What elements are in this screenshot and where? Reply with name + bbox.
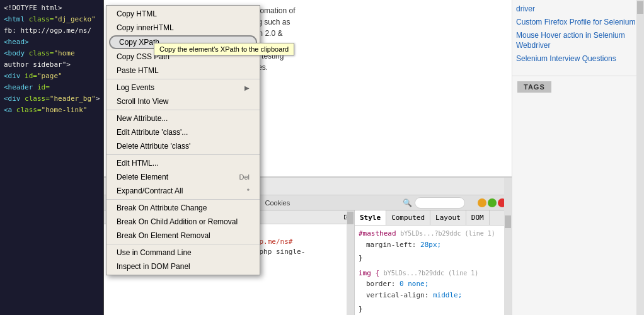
log-events-arrow: ▶ bbox=[244, 84, 250, 91]
style-source-2: bY5LDs...?b29ddc (line 1) bbox=[384, 270, 479, 277]
code-line-8: <header id= bbox=[0, 82, 103, 93]
menu-item-delete-element[interactable]: Delete Element Del bbox=[106, 170, 260, 184]
style-content: #masthead bY5LDs...?b29ddc (line 1) marg… bbox=[355, 226, 512, 315]
sidebar-link-3[interactable]: Mouse Hover action in Selenium Webdriver bbox=[516, 30, 640, 52]
menu-item-paste-html[interactable]: Paste HTML bbox=[106, 64, 260, 77]
separator-1 bbox=[106, 79, 260, 79]
style-val-1: 28px; bbox=[420, 241, 441, 249]
style-panel: Style Computed Layout DOM #masthead bY5L… bbox=[354, 210, 512, 315]
search-icon: 🔍 bbox=[403, 198, 412, 207]
tab-dom-panel[interactable]: DOM bbox=[466, 210, 490, 225]
separator-2 bbox=[106, 110, 260, 110]
menu-label-log-events: Log Events bbox=[117, 83, 154, 92]
menu-label-scroll-into-view: Scroll Into View bbox=[117, 97, 168, 106]
code-line-4: <head> bbox=[0, 37, 103, 48]
style-selector-1: #masthead bbox=[359, 229, 396, 238]
menu-item-copy-innerhtml[interactable]: Copy innerHTML bbox=[106, 21, 260, 35]
style-prop-2b: vertical-align: bbox=[366, 291, 428, 299]
menu-label-copy-html: Copy HTML bbox=[117, 9, 157, 18]
sidebar-link-1[interactable]: driver bbox=[516, 4, 640, 14]
style-scrollbar-thumb[interactable] bbox=[505, 215, 511, 228]
sidebar-v-scrollbar[interactable] bbox=[636, 0, 644, 315]
menu-label-command-line: Use in Command Line bbox=[117, 248, 192, 257]
style-selector-2: img { bbox=[359, 269, 379, 277]
menu-item-break-child[interactable]: Break On Child Addition or Removal bbox=[106, 215, 260, 229]
html-v-scrollbar[interactable] bbox=[347, 210, 354, 315]
sidebar-link-2[interactable]: Custom Firefox Profile for Selenium bbox=[516, 17, 640, 28]
style-close-2: } bbox=[359, 304, 508, 315]
menu-item-copy-html[interactable]: Copy HTML bbox=[106, 7, 260, 21]
menu-item-command-line[interactable]: Use in Command Line bbox=[106, 246, 260, 260]
window-controls bbox=[478, 198, 507, 207]
separator-5 bbox=[106, 244, 260, 244]
right-sidebar: driver Custom Firefox Profile for Seleni… bbox=[512, 0, 644, 315]
menu-item-edit-class[interactable]: Edit Attribute 'class'... bbox=[106, 125, 260, 139]
menu-label-break-element: Break On Element Removal bbox=[117, 231, 210, 240]
tab-layout[interactable]: Layout bbox=[430, 210, 466, 225]
tab-style[interactable]: Style bbox=[355, 210, 386, 225]
menu-item-new-attribute[interactable]: New Attribute... bbox=[106, 112, 260, 125]
sidebar-link-4[interactable]: Selenium Interview Questions bbox=[516, 54, 640, 64]
maximize-btn[interactable] bbox=[488, 198, 497, 207]
menu-item-expand-contract[interactable]: Expand/Contract All * bbox=[106, 184, 260, 198]
minimize-btn[interactable] bbox=[478, 198, 486, 207]
menu-label-inspect-dom: Inspect in DOM Panel bbox=[117, 262, 190, 271]
code-line-7: <div id="page" bbox=[0, 71, 103, 82]
style-source-1: bY5LDs...?b29ddc (line 1) bbox=[400, 230, 495, 237]
code-line-1: <!DOTYFE html> bbox=[0, 3, 103, 14]
style-close-1: } bbox=[359, 253, 508, 264]
style-row-2a: border: 0 none; bbox=[366, 278, 508, 290]
menu-label-expand-contract: Expand/Contract All bbox=[117, 186, 183, 195]
menu-item-inspect-dom[interactable]: Inspect in DOM Panel bbox=[106, 260, 260, 273]
style-rule-1-props: margin-left: 28px; bbox=[366, 239, 508, 251]
menu-label-edit-html: Edit HTML... bbox=[117, 159, 159, 168]
menu-label-break-attribute: Break On Attribute Change bbox=[117, 203, 207, 212]
code-line-10: <a class="home-link" bbox=[0, 105, 103, 116]
menu-item-scroll-into-view[interactable]: Scroll Into View bbox=[106, 94, 260, 108]
delete-shortcut: Del bbox=[239, 173, 250, 181]
separator-3 bbox=[106, 154, 260, 155]
style-row-2b: vertical-align: middle; bbox=[366, 290, 508, 301]
code-line-9: <div class="header_bg"> bbox=[0, 93, 103, 105]
style-rule-1: #masthead bY5LDs...?b29ddc (line 1) bbox=[359, 228, 508, 239]
style-rule-2: img { bY5LDs...?b29ddc (line 1) bbox=[359, 268, 508, 279]
tags-title: TAGS bbox=[517, 81, 551, 93]
menu-item-delete-class[interactable]: Delete Attribute 'class' bbox=[106, 139, 260, 153]
sidebar-links-area: driver Custom Firefox Profile for Seleni… bbox=[512, 0, 644, 71]
menu-item-edit-html[interactable]: Edit HTML... bbox=[106, 156, 260, 170]
code-line-5: <body class="home bbox=[0, 48, 103, 59]
menu-label-new-attribute: New Attribute... bbox=[117, 114, 168, 123]
code-line-2: <html class="dj_gecko" bbox=[0, 14, 103, 25]
code-line-3: fb: http://ogp.me/ns/ bbox=[0, 25, 103, 37]
style-panel-tabs: Style Computed Layout DOM bbox=[355, 210, 512, 226]
xpath-tooltip: Copy the element's XPath to the clipboar… bbox=[154, 43, 294, 55]
menu-item-break-element[interactable]: Break On Element Removal bbox=[106, 229, 260, 243]
menu-label-delete-element: Delete Element bbox=[117, 173, 168, 181]
style-prop-1: margin-left: bbox=[366, 241, 416, 249]
style-prop-2a: border: bbox=[366, 280, 395, 288]
menu-label-paste-html: Paste HTML bbox=[117, 66, 159, 75]
style-v-scrollbar[interactable] bbox=[504, 210, 512, 315]
code-panel: <!DOTYFE html> <html class="dj_gecko" fb… bbox=[0, 0, 104, 315]
devtools-search-area: 🔍 bbox=[403, 197, 465, 209]
menu-label-edit-class: Edit Attribute 'class'... bbox=[117, 128, 188, 137]
separator-4 bbox=[106, 199, 260, 200]
style-val-2b: middle; bbox=[433, 291, 462, 299]
devtools-search-input[interactable] bbox=[415, 197, 465, 209]
tab-cookies[interactable]: Cookies bbox=[263, 198, 293, 208]
menu-item-log-events[interactable]: Log Events ▶ bbox=[106, 81, 260, 94]
menu-label-copy-innerhtml: Copy innerHTML bbox=[117, 23, 174, 32]
style-rule-2-props: border: 0 none; vertical-align: middle; bbox=[366, 278, 508, 301]
menu-label-break-child: Break On Child Addition or Removal bbox=[117, 217, 238, 226]
tab-computed[interactable]: Computed bbox=[386, 210, 430, 225]
sidebar-scrollbar-thumb[interactable] bbox=[637, 1, 643, 14]
style-val-2a: 0 none; bbox=[400, 280, 428, 288]
menu-label-delete-class: Delete Attribute 'class' bbox=[117, 142, 190, 151]
expand-shortcut: * bbox=[247, 187, 250, 195]
tooltip-text: Copy the element's XPath to the clipboar… bbox=[159, 45, 289, 53]
tags-section: TAGS bbox=[512, 76, 644, 103]
code-line-6: author sidebar"> bbox=[0, 59, 103, 71]
html-scrollbar-thumb[interactable] bbox=[347, 212, 354, 224]
menu-item-break-attribute[interactable]: Break On Attribute Change bbox=[106, 201, 260, 215]
